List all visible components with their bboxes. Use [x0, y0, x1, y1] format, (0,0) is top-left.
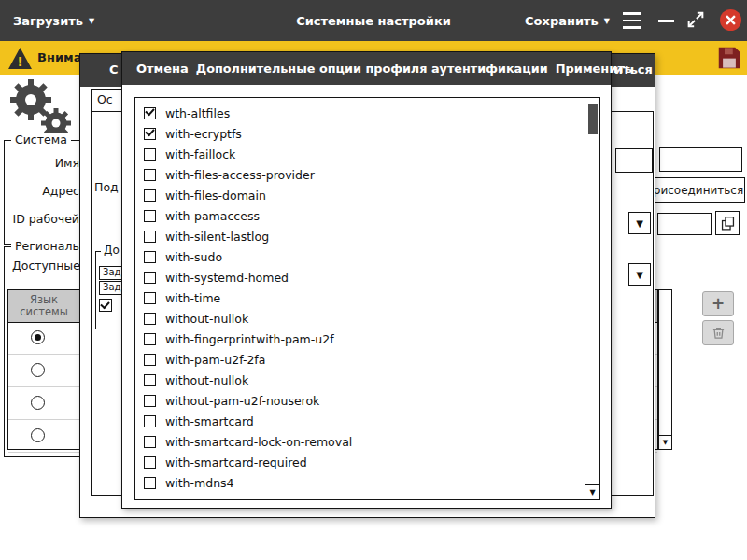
- back-dialog-input[interactable]: [615, 148, 653, 173]
- table-scrollbar[interactable]: ▼: [658, 289, 672, 450]
- save-button[interactable]: Сохранить ▼: [525, 0, 610, 41]
- option-checkbox[interactable]: [144, 189, 156, 202]
- fullscreen-icon: [685, 9, 706, 30]
- dialog-title: Дополнительные опции профиля аутентифика…: [189, 62, 556, 76]
- option-label: with-mdns4: [165, 476, 234, 490]
- option-row[interactable]: with-silent-lastlog: [135, 226, 585, 246]
- option-row[interactable]: with-sudo: [135, 246, 585, 267]
- option-checkbox[interactable]: [144, 107, 156, 119]
- option-row[interactable]: with-time: [135, 287, 585, 308]
- add-button[interactable]: +: [702, 291, 734, 316]
- cancel-button[interactable]: Отмена: [136, 62, 189, 76]
- dialog-header: Отмена Дополнительные опции профиля ауте…: [122, 52, 611, 85]
- join-button[interactable]: рисоединиться: [652, 177, 745, 203]
- option-label: with-silent-lastlog: [165, 230, 269, 244]
- option-checkbox[interactable]: [144, 128, 156, 140]
- option-label: without-pam-u2f-nouserok: [165, 394, 319, 408]
- copy-button[interactable]: [715, 211, 740, 235]
- save-button-label: Сохранить: [525, 14, 599, 28]
- scrollbar-down-button[interactable]: ▼: [585, 484, 599, 499]
- option-row[interactable]: without-nullok: [135, 370, 585, 390]
- option-checkbox[interactable]: [144, 210, 156, 222]
- auth-options-dialog: Отмена Дополнительные опции профиля ауте…: [121, 51, 612, 509]
- option-label: with-ecryptfs: [165, 127, 242, 141]
- language-radio[interactable]: [31, 428, 45, 442]
- option-checkbox[interactable]: [144, 374, 156, 386]
- option-label: without-nullok: [165, 373, 248, 387]
- scrollbar-down-arrow[interactable]: ▼: [659, 435, 671, 449]
- minimize-button[interactable]: [658, 20, 674, 22]
- option-row[interactable]: with-fingerprintwith-pam-u2f: [135, 329, 585, 349]
- option-checkbox[interactable]: [144, 313, 156, 325]
- options-list-box: wth-altfileswith-ecryptfswith-faillockwi…: [134, 97, 600, 500]
- option-checkbox[interactable]: [144, 169, 156, 181]
- language-radio[interactable]: [31, 330, 45, 344]
- option-checkbox[interactable]: [144, 477, 156, 489]
- option-checkbox[interactable]: [144, 148, 156, 161]
- option-label: with-time: [165, 291, 220, 305]
- option-checkbox[interactable]: [144, 395, 156, 407]
- option-checkbox[interactable]: [144, 456, 156, 469]
- option-label: with-pamaccess: [165, 209, 260, 223]
- back-dialog-field-label: Под: [94, 180, 119, 194]
- copy-icon: [720, 216, 736, 231]
- field-label-address: Адрес: [5, 184, 79, 198]
- option-row[interactable]: with-mdns4: [135, 472, 585, 493]
- option-row[interactable]: with-files-domain: [135, 185, 585, 205]
- text-input-1[interactable]: [659, 147, 742, 172]
- language-radio[interactable]: [31, 396, 45, 410]
- option-row[interactable]: with-smartcard: [135, 411, 585, 431]
- options-scrollbar[interactable]: ▼: [585, 98, 599, 499]
- option-row[interactable]: with-files-access-provider: [135, 164, 585, 185]
- option-label: with-files-domain: [165, 189, 266, 203]
- checked-checkbox-fragment[interactable]: [99, 299, 112, 312]
- option-label: without-nullok: [165, 312, 248, 326]
- text-input-2[interactable]: [657, 213, 712, 235]
- dropdown-button-2[interactable]: ▼: [628, 263, 651, 286]
- fullscreen-button[interactable]: [685, 9, 706, 34]
- svg-text:!: !: [17, 54, 23, 69]
- option-checkbox[interactable]: [144, 251, 156, 263]
- option-label: with-pam-u2f-2fa: [165, 353, 265, 367]
- dropdown-button-1[interactable]: ▼: [628, 212, 651, 234]
- option-row[interactable]: with-systemd-homed: [135, 267, 585, 287]
- back-dialog-group-legend: До: [101, 244, 122, 257]
- option-label: wth-altfiles: [165, 106, 230, 120]
- field-label-workgroup-id: ID рабочей: [5, 212, 79, 226]
- option-checkbox[interactable]: [144, 272, 156, 284]
- warning-icon: !: [7, 47, 33, 70]
- delete-button[interactable]: [702, 320, 734, 345]
- menu-button[interactable]: [623, 12, 641, 29]
- option-checkbox[interactable]: [144, 231, 156, 243]
- option-checkbox[interactable]: [144, 292, 156, 304]
- option-row[interactable]: without-pam-u2f-nouserok: [135, 390, 585, 411]
- option-checkbox[interactable]: [144, 354, 156, 366]
- trash-icon: [712, 326, 726, 340]
- option-label: with-faillock: [165, 147, 235, 161]
- language-radio[interactable]: [31, 363, 45, 377]
- load-button[interactable]: Загрузить ▼: [13, 0, 94, 41]
- option-label: with-files-access-provider: [165, 168, 315, 182]
- option-label: with-smartcard-lock-on-removal: [165, 435, 352, 449]
- option-checkbox[interactable]: [144, 436, 156, 448]
- option-row[interactable]: with-smartcard-lock-on-removal: [135, 431, 585, 452]
- load-button-label: Загрузить: [13, 14, 83, 28]
- option-row[interactable]: with-pam-u2f-2fa: [135, 349, 585, 370]
- option-row[interactable]: wth-altfiles: [135, 103, 585, 123]
- scrollbar-thumb[interactable]: [588, 104, 598, 134]
- language-table-header: Язык системы: [8, 290, 80, 322]
- app-topbar: Загрузить ▼ Системные настройки Сохранит…: [0, 0, 747, 41]
- option-checkbox[interactable]: [144, 415, 156, 427]
- option-checkbox[interactable]: [144, 333, 156, 345]
- save-file-button[interactable]: [715, 44, 743, 72]
- option-row[interactable]: without-nullok: [135, 308, 585, 329]
- close-button[interactable]: [720, 9, 741, 31]
- option-row[interactable]: with-faillock: [135, 144, 585, 164]
- option-row[interactable]: with-pamaccess: [135, 205, 585, 226]
- option-row[interactable]: with-smartcard-required: [135, 452, 585, 472]
- option-label: with-smartcard: [165, 414, 254, 428]
- option-row[interactable]: with-ecryptfs: [135, 123, 585, 144]
- close-icon: [726, 15, 736, 25]
- caret-down-icon: ▼: [604, 17, 610, 25]
- apply-button[interactable]: Применить: [556, 62, 633, 76]
